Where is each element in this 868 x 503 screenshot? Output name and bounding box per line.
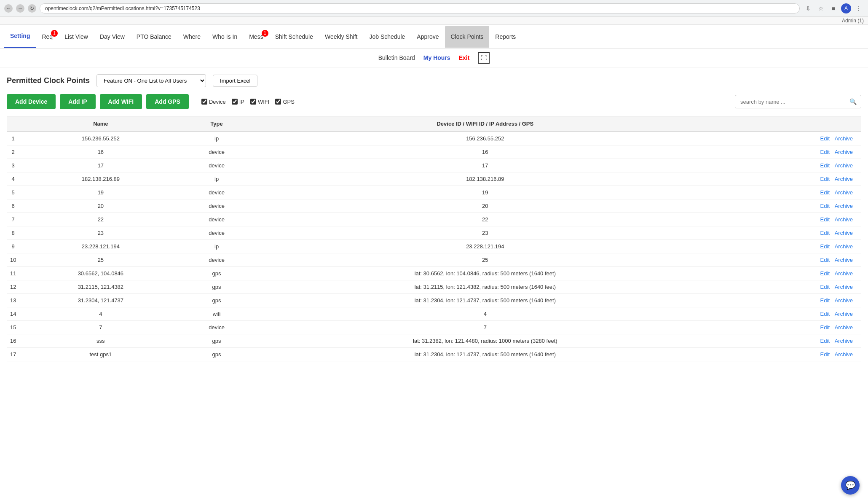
row-actions: Edit Archive bbox=[719, 199, 861, 213]
row-type: device bbox=[182, 213, 252, 226]
admin-bar: Admin (1) bbox=[0, 17, 868, 25]
row-type: gps bbox=[182, 280, 252, 294]
profile-icon[interactable]: A bbox=[841, 3, 851, 13]
reload-button[interactable]: ↻ bbox=[28, 4, 36, 13]
archive-link[interactable]: Archive bbox=[835, 338, 853, 344]
url-bar[interactable] bbox=[40, 3, 800, 13]
edit-link[interactable]: Edit bbox=[820, 284, 830, 290]
row-id-value: lat: 30.6562, lon: 104.0846, radius: 500… bbox=[252, 267, 719, 280]
subnav-my-hours[interactable]: My Hours bbox=[423, 54, 450, 61]
archive-link[interactable]: Archive bbox=[835, 189, 853, 196]
nav-item-setting[interactable]: Setting bbox=[4, 25, 36, 48]
filter-device-checkbox[interactable] bbox=[201, 99, 207, 105]
filter-gps[interactable]: GPS bbox=[275, 99, 294, 105]
archive-link[interactable]: Archive bbox=[835, 203, 853, 209]
search-button[interactable]: 🔍 bbox=[845, 95, 861, 108]
download-icon[interactable]: ⇩ bbox=[803, 3, 813, 13]
edit-link[interactable]: Edit bbox=[820, 243, 830, 250]
edit-link[interactable]: Edit bbox=[820, 324, 830, 331]
feature-dropdown[interactable]: Feature ON - One List to All Users bbox=[96, 74, 206, 87]
filter-wifi-label: WIFI bbox=[258, 99, 269, 105]
table-row: 6 20 device 20 Edit Archive bbox=[7, 199, 861, 213]
filter-wifi-checkbox[interactable] bbox=[250, 99, 256, 105]
star-icon[interactable]: ☆ bbox=[816, 3, 826, 13]
edit-link[interactable]: Edit bbox=[820, 216, 830, 223]
subnav-exit[interactable]: Exit bbox=[459, 54, 470, 61]
edit-link[interactable]: Edit bbox=[820, 176, 830, 182]
menu-icon[interactable]: ⋮ bbox=[854, 3, 864, 13]
row-type: ip bbox=[182, 240, 252, 253]
edit-link[interactable]: Edit bbox=[820, 257, 830, 263]
edit-link[interactable]: Edit bbox=[820, 297, 830, 304]
edit-link[interactable]: Edit bbox=[820, 162, 830, 169]
archive-link[interactable]: Archive bbox=[835, 351, 853, 358]
nav-item-clock-points[interactable]: Clock Points bbox=[445, 26, 490, 48]
row-type: ip bbox=[182, 172, 252, 186]
nav-item-shift-schedule[interactable]: Shift Schedule bbox=[269, 26, 319, 48]
add-device-button[interactable]: Add Device bbox=[7, 94, 56, 109]
edit-link[interactable]: Edit bbox=[820, 338, 830, 344]
edit-link[interactable]: Edit bbox=[820, 230, 830, 236]
edit-link[interactable]: Edit bbox=[820, 189, 830, 196]
add-ip-button[interactable]: Add IP bbox=[60, 94, 95, 109]
edit-link[interactable]: Edit bbox=[820, 270, 830, 277]
nav-item-job-schedule[interactable]: Job Schedule bbox=[364, 26, 411, 48]
edit-link[interactable]: Edit bbox=[820, 311, 830, 317]
row-actions: Edit Archive bbox=[719, 172, 861, 186]
import-excel-button[interactable]: Import Excel bbox=[213, 75, 257, 87]
edit-link[interactable]: Edit bbox=[820, 351, 830, 358]
nav-item-approve[interactable]: Approve bbox=[411, 26, 445, 48]
archive-link[interactable]: Archive bbox=[835, 230, 853, 236]
archive-link[interactable]: Archive bbox=[835, 324, 853, 331]
forward-button[interactable]: → bbox=[16, 4, 24, 13]
nav-item-where[interactable]: Where bbox=[177, 26, 206, 48]
archive-link[interactable]: Archive bbox=[835, 162, 853, 169]
archive-link[interactable]: Archive bbox=[835, 176, 853, 182]
archive-link[interactable]: Archive bbox=[835, 284, 853, 290]
extension-icon[interactable]: ■ bbox=[828, 3, 839, 13]
edit-link[interactable]: Edit bbox=[820, 135, 830, 142]
row-num: 6 bbox=[7, 199, 19, 213]
edit-link[interactable]: Edit bbox=[820, 149, 830, 155]
nav-item-pto-balance[interactable]: PTO Balance bbox=[131, 26, 177, 48]
nav-item-request[interactable]: Req1 bbox=[36, 26, 59, 48]
nav-item-weekly-shift[interactable]: Weekly Shift bbox=[319, 26, 364, 48]
row-actions: Edit Archive bbox=[719, 253, 861, 267]
table-row: 16 sss gps lat: 31.2382, lon: 121.4480, … bbox=[7, 334, 861, 348]
archive-link[interactable]: Archive bbox=[835, 270, 853, 277]
nav-item-who-is-in[interactable]: Who Is In bbox=[206, 26, 243, 48]
filter-ip-checkbox[interactable] bbox=[232, 99, 238, 105]
filter-ip[interactable]: IP bbox=[232, 99, 244, 105]
row-num: 3 bbox=[7, 159, 19, 172]
filter-wifi[interactable]: WIFI bbox=[250, 99, 269, 105]
edit-link[interactable]: Edit bbox=[820, 203, 830, 209]
archive-link[interactable]: Archive bbox=[835, 216, 853, 223]
row-id-value: 20 bbox=[252, 199, 719, 213]
filter-device[interactable]: Device bbox=[201, 99, 226, 105]
back-button[interactable]: ← bbox=[4, 4, 13, 13]
nav-item-day-view[interactable]: Day View bbox=[94, 26, 131, 48]
nav-item-mess[interactable]: Mess1 bbox=[243, 26, 269, 48]
row-actions: Edit Archive bbox=[719, 348, 861, 361]
subnav-bulletin-board[interactable]: Bulletin Board bbox=[378, 54, 415, 61]
archive-link[interactable]: Archive bbox=[835, 297, 853, 304]
nav-item-reports[interactable]: Reports bbox=[489, 26, 522, 48]
add-gps-button[interactable]: Add GPS bbox=[146, 94, 189, 109]
archive-link[interactable]: Archive bbox=[835, 135, 853, 142]
archive-link[interactable]: Archive bbox=[835, 257, 853, 263]
filter-gps-checkbox[interactable] bbox=[275, 99, 281, 105]
search-input[interactable] bbox=[735, 96, 845, 108]
admin-label: Admin (1) bbox=[842, 18, 864, 24]
row-type: device bbox=[182, 159, 252, 172]
row-actions: Edit Archive bbox=[719, 294, 861, 307]
archive-link[interactable]: Archive bbox=[835, 149, 853, 155]
col-header-id: Device ID / WIFI ID / IP Address / GPS bbox=[252, 116, 719, 132]
nav-item-list-view[interactable]: List View bbox=[59, 26, 94, 48]
archive-link[interactable]: Archive bbox=[835, 311, 853, 317]
archive-link[interactable]: Archive bbox=[835, 243, 853, 250]
table-row: 14 4 wifi 4 Edit Archive bbox=[7, 307, 861, 321]
row-type: device bbox=[182, 199, 252, 213]
add-wifi-button[interactable]: Add WIFI bbox=[100, 94, 142, 109]
exit-icon[interactable]: ⛶ bbox=[478, 52, 490, 64]
row-name: 7 bbox=[19, 321, 182, 334]
